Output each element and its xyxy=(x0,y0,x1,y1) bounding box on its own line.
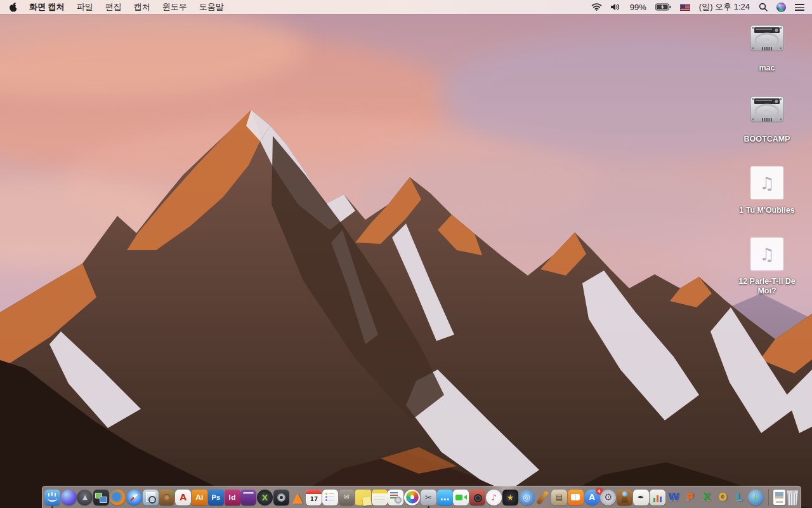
photoshop-dock-icon[interactable]: Ps xyxy=(208,490,224,505)
garageband-dock-icon[interactable] xyxy=(535,490,551,505)
toast-dock-icon[interactable] xyxy=(240,490,256,505)
app-store-dock-icon[interactable]: A4 xyxy=(584,490,600,505)
photo-booth-dock-icon[interactable] xyxy=(469,490,485,505)
apple-menu[interactable] xyxy=(9,2,18,12)
menu-item-5[interactable]: 도움말 xyxy=(199,1,224,13)
system-preferences-dock-icon[interactable]: ⚙ xyxy=(600,490,616,505)
ibooks-dock-icon[interactable] xyxy=(568,490,584,505)
desktop-icons: macBOOTCAMP♫1 Tu M'Oublies♫12 Parle-T-Il… xyxy=(728,14,806,309)
siri-dock-icon[interactable] xyxy=(61,490,77,505)
active-app-menu[interactable]: 화면 캡처 xyxy=(29,1,65,13)
photos-dock-icon[interactable] xyxy=(404,490,420,505)
keynote-dock-icon[interactable] xyxy=(617,490,632,505)
menu-items: 파일편집캡처윈도우도움말 xyxy=(65,1,224,13)
desktop-icon-bootcamp-volume[interactable]: BOOTCAMP xyxy=(728,95,806,166)
image-file-dock-icon[interactable] xyxy=(773,490,785,505)
firefox-dock-icon[interactable] xyxy=(110,490,126,505)
word-dock-icon[interactable]: W xyxy=(666,490,682,505)
acrobat-reader-dock-icon[interactable]: A xyxy=(175,490,191,505)
indesign-dock-icon[interactable]: Id xyxy=(225,490,240,505)
hard-drive-icon xyxy=(749,24,785,61)
menu-bar: 화면 캡처 파일편집캡처윈도우도움말 99% xyxy=(0,0,812,14)
audio-file-icon: ♫ xyxy=(750,237,783,274)
menu-item-2[interactable]: 편집 xyxy=(105,1,122,13)
menu-bar-status: 99% (일) 오후 1:24 xyxy=(591,0,804,14)
illustrator-dock-icon[interactable]: Ai xyxy=(192,490,207,505)
desktop-icon-label: 12 Parle-T-Il De Moi? xyxy=(730,277,804,296)
excel-dock-icon[interactable]: X xyxy=(698,490,714,505)
powerpoint-dock-icon[interactable]: P xyxy=(682,490,698,505)
scrapbook-dock-icon[interactable]: ▤ xyxy=(551,490,567,505)
clock[interactable]: (일) 오후 1:24 xyxy=(699,1,750,13)
menu-item-4[interactable]: 윈도우 xyxy=(162,1,187,13)
battery-percent: 99% xyxy=(630,3,646,12)
imovie-dock-icon[interactable]: ★ xyxy=(502,490,518,505)
stickies-dock-icon[interactable] xyxy=(355,490,371,505)
dock-divider xyxy=(768,489,769,506)
safari-dock-icon[interactable] xyxy=(126,490,142,505)
notification-center-icon[interactable] xyxy=(795,4,804,11)
desktop-icon-music-file-1[interactable]: ♫1 Tu M'Oublies xyxy=(728,166,806,237)
outlook-dock-icon[interactable]: O xyxy=(715,490,731,505)
spotlight-search-icon[interactable] xyxy=(759,3,768,11)
hard-drive-icon xyxy=(749,95,785,132)
apple-logo-icon xyxy=(9,2,18,12)
docs-seal-dock-icon[interactable] xyxy=(388,490,403,505)
downloads-globe-dock-icon[interactable]: ↓ xyxy=(748,490,764,505)
xbmc-dock-icon[interactable]: X xyxy=(257,490,273,505)
preview-dock-icon[interactable] xyxy=(143,490,159,505)
lync-dock-icon[interactable]: L xyxy=(731,490,747,505)
siri-icon[interactable] xyxy=(776,3,786,12)
running-indicator xyxy=(428,506,429,508)
volume-icon[interactable] xyxy=(611,3,621,11)
desktop-icon-label: 1 Tu M'Oublies xyxy=(739,206,794,215)
audio-file-icon: ♫ xyxy=(750,166,783,203)
trash-dock-icon[interactable] xyxy=(786,491,799,505)
desktop-icon-music-file-2[interactable]: ♫12 Parle-T-Il De Moi? xyxy=(728,237,806,309)
battery-icon[interactable] xyxy=(655,3,671,11)
pages-dock-icon[interactable]: ✒ xyxy=(633,490,649,505)
finder-dock-icon[interactable] xyxy=(44,490,60,505)
mail-press-dock-icon[interactable]: ✉ xyxy=(339,490,355,505)
calendar-dock-icon[interactable]: 17 xyxy=(306,490,322,505)
vlc-dock-icon[interactable]: ▲ xyxy=(290,490,306,505)
music-note-icon: ♫ xyxy=(759,173,775,193)
dvd-player-dock-icon[interactable]: ◎ xyxy=(519,490,535,505)
menu-item-1[interactable]: 파일 xyxy=(77,1,93,13)
menu-bar-left: 화면 캡처 파일편집캡처윈도우도움말 xyxy=(9,0,224,14)
notes-dock-icon[interactable] xyxy=(372,490,388,505)
dock: ▲AAiPsIdX▲17✉✂…♪★◎▤A4⚙✒WPXOL↓ xyxy=(42,486,801,508)
contacts-dock-icon[interactable] xyxy=(159,490,174,505)
music-note-icon: ♫ xyxy=(759,244,775,264)
reminders-dock-icon[interactable] xyxy=(322,490,338,505)
desktop-icon-label: BOOTCAMP xyxy=(744,135,790,144)
mission-control-dock-icon[interactable] xyxy=(93,490,109,505)
disk-fan-dock-icon[interactable] xyxy=(273,490,289,505)
numbers-dock-icon[interactable] xyxy=(650,490,665,505)
wifi-icon[interactable] xyxy=(591,3,602,11)
facetime-dock-icon[interactable] xyxy=(453,490,469,505)
desktop-icon-label: mac xyxy=(759,64,775,73)
running-indicator xyxy=(51,506,53,508)
menu-item-3[interactable]: 캡처 xyxy=(134,1,150,13)
us-flag-input-source-icon[interactable] xyxy=(680,4,690,11)
desktop-icon-mac-volume[interactable]: mac xyxy=(728,24,806,95)
desktop-wallpaper xyxy=(0,14,812,508)
launchpad-dock-icon[interactable]: ▲ xyxy=(77,490,93,505)
messages-dock-icon[interactable]: … xyxy=(437,490,453,505)
grab-dock-icon[interactable]: ✂ xyxy=(421,490,436,505)
itunes-dock-icon[interactable]: ♪ xyxy=(486,490,502,505)
